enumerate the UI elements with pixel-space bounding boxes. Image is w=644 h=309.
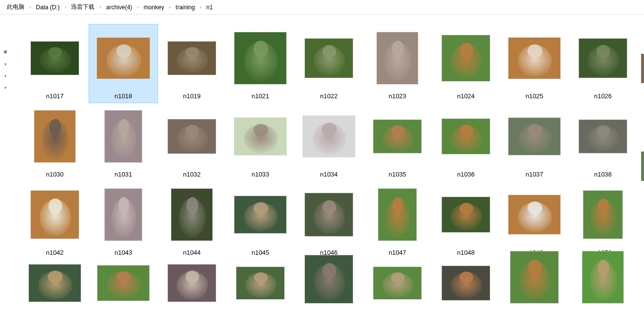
thumbnail-container (366, 184, 429, 245)
partial-thumbnail (641, 54, 644, 83)
file-item[interactable]: n1042 (21, 181, 89, 259)
image-thumbnail (234, 196, 287, 234)
thumbnail-container (503, 251, 566, 304)
thumbnail-container (23, 184, 86, 245)
file-item[interactable]: n1032 (158, 103, 226, 181)
file-item[interactable]: n1022 (295, 24, 363, 103)
file-item[interactable]: n1037 (500, 103, 569, 181)
chevron-right-icon: › (27, 4, 33, 10)
file-name-label: n1037 (526, 171, 543, 178)
svg-point-86 (116, 271, 131, 283)
image-thumbnail (104, 188, 142, 241)
svg-point-71 (392, 197, 403, 214)
file-name-label: n1018 (115, 92, 132, 100)
svg-rect-108 (641, 54, 644, 83)
svg-point-62 (186, 197, 198, 214)
breadcrumb-segment[interactable]: monkey (140, 3, 167, 12)
svg-point-26 (597, 45, 610, 58)
file-item[interactable]: n1059 (363, 259, 432, 309)
image-thumbnail (30, 190, 79, 239)
file-item[interactable]: n1019 (158, 24, 226, 103)
file-name-label: n1030 (46, 171, 64, 178)
svg-point-89 (185, 270, 199, 283)
thumbnail-container (572, 251, 634, 304)
file-name-label: n1043 (115, 249, 132, 256)
thumbnail-grid: n1017n1018n1019n1021n1022n1023n1024n1025… (21, 24, 639, 309)
file-name-label: n1038 (594, 171, 612, 178)
breadcrumb-segment[interactable]: n1 (204, 3, 216, 12)
thumbnail-container (229, 27, 292, 88)
file-item[interactable]: n1050 (569, 181, 637, 259)
file-item[interactable]: n1017 (21, 24, 89, 103)
thumbnail-container (161, 106, 223, 167)
chevron-right-icon: › (167, 4, 172, 10)
image-thumbnail (373, 266, 422, 300)
file-item[interactable]: n1023 (363, 24, 432, 103)
file-name-label: n1031 (115, 171, 132, 178)
thumbnail-container (503, 27, 566, 88)
breadcrumb-segment[interactable]: Data (D:) (33, 3, 63, 12)
thumbnail-container (92, 184, 155, 245)
image-thumbnail (167, 41, 216, 75)
image-thumbnail (441, 118, 490, 154)
file-name-label: n1021 (252, 92, 269, 100)
chevron-right-icon: › (135, 4, 140, 10)
thumbnail-container (435, 184, 497, 245)
file-item[interactable]: n1056 (158, 259, 226, 309)
file-item[interactable]: n1057 (226, 259, 295, 309)
file-item[interactable]: n1035 (363, 103, 432, 181)
file-item[interactable]: n1045 (226, 181, 295, 259)
file-item[interactable]: n1033 (226, 103, 295, 181)
file-item[interactable]: n1048 (432, 181, 500, 259)
image-thumbnail (378, 188, 417, 241)
file-item[interactable]: n1024 (432, 24, 500, 103)
file-item[interactable]: n1062 (569, 259, 637, 309)
thumbnail-container (229, 262, 292, 304)
breadcrumb-segment[interactable]: archive(4) (103, 3, 135, 12)
pin-icon[interactable] (2, 49, 8, 55)
file-name-label: n1045 (252, 249, 269, 256)
image-thumbnail (28, 264, 81, 302)
file-item[interactable]: n1043 (89, 181, 158, 259)
file-item[interactable]: n1030 (21, 103, 89, 181)
file-item[interactable]: n1034 (295, 103, 363, 181)
image-thumbnail (304, 255, 353, 304)
file-item[interactable]: n1021 (226, 24, 295, 103)
thumbnail-container (366, 262, 429, 304)
file-item[interactable]: n1047 (363, 181, 432, 259)
breadcrumb-segment[interactable]: training (173, 3, 198, 12)
file-item[interactable]: n1046 (295, 181, 363, 259)
file-item[interactable]: n1049 (500, 181, 569, 259)
svg-point-2 (48, 47, 62, 58)
file-item[interactable]: n1025 (500, 24, 569, 103)
file-name-label: n1019 (183, 92, 201, 100)
file-item[interactable]: n1031 (89, 103, 158, 181)
pin-icon[interactable] (2, 61, 8, 66)
file-name-label: n1025 (526, 92, 543, 100)
file-item[interactable]: n1038 (569, 103, 637, 181)
svg-point-107 (598, 260, 609, 277)
file-item[interactable]: n1061 (500, 259, 569, 309)
file-item[interactable]: n1054 (21, 259, 89, 309)
svg-point-65 (253, 202, 268, 214)
file-item[interactable]: n1058 (295, 259, 363, 309)
file-item[interactable]: n1036 (432, 103, 500, 181)
pin-icon[interactable] (2, 72, 8, 78)
image-thumbnail (171, 188, 213, 241)
image-thumbnail (234, 32, 287, 85)
pin-icon[interactable] (2, 84, 8, 90)
svg-point-80 (598, 199, 609, 214)
image-thumbnail (583, 190, 623, 239)
file-name-label: n1017 (46, 92, 64, 100)
file-grid-area: n1017n1018n1019n1021n1022n1023n1024n1025… (11, 15, 639, 309)
file-item[interactable]: n1044 (158, 181, 226, 259)
breadcrumb-segment[interactable]: 此电脑 (4, 2, 27, 12)
file-item[interactable]: n1055 (89, 259, 158, 309)
thumbnail-container (229, 106, 292, 167)
file-item[interactable]: n1018 (89, 24, 158, 103)
file-item[interactable]: n1026 (569, 24, 637, 103)
partial-thumbnail (641, 152, 644, 181)
file-item[interactable]: n1060 (432, 259, 500, 309)
breadcrumb-segment[interactable]: 迅雷下载 (68, 2, 97, 12)
image-thumbnail (578, 119, 627, 154)
